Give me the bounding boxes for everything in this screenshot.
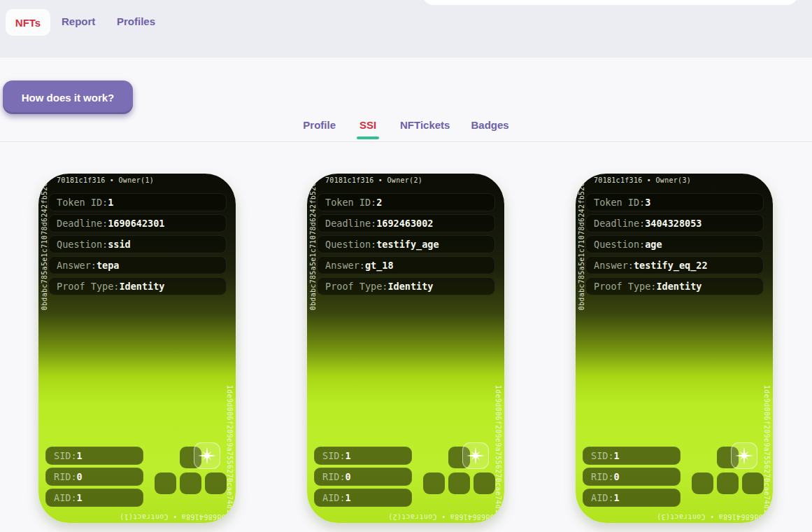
stat-label: AID: xyxy=(54,492,77,503)
id-stats: SID:1 RID:0 AID:1 xyxy=(583,447,681,510)
field-value: tepa xyxy=(97,260,120,271)
field-value: Identity xyxy=(387,281,433,292)
nft-card[interactable]: 0bdabc785a5e1c71078d6242fb52e 70181c1f31… xyxy=(307,174,504,523)
stat-label: SID: xyxy=(54,450,77,461)
stat-row-sid: SID:1 xyxy=(45,447,143,465)
token-fields: Token ID:1 Deadline:1690642301 Question:… xyxy=(48,193,227,298)
subtab-profile[interactable]: Profile xyxy=(303,119,336,139)
field-row-token-id: Token ID:2 xyxy=(317,193,495,211)
field-label: Proof Type: xyxy=(594,281,656,292)
subtab-ssi[interactable]: SSI xyxy=(357,119,379,139)
subtab-badges-label: Badges xyxy=(471,119,508,131)
field-value: ssid xyxy=(108,239,131,250)
subtab-underline xyxy=(479,136,501,139)
field-row-answer: Answer:gt_18 xyxy=(317,256,495,274)
field-value: 3404328053 xyxy=(645,218,701,229)
contract-address-label: 0d6864168a • Contract(3) xyxy=(657,513,763,521)
stat-label: AID: xyxy=(591,492,614,503)
field-label: Proof Type: xyxy=(57,281,119,292)
token-fields: Token ID:2 Deadline:1692463002 Question:… xyxy=(317,193,495,298)
field-value: testify_eq_22 xyxy=(634,260,708,271)
block-square xyxy=(205,472,227,494)
field-row-question: Question:testify_age xyxy=(317,235,495,253)
stat-value: 1 xyxy=(346,492,351,503)
stat-row-rid: RID:0 xyxy=(314,468,412,486)
block-square xyxy=(692,472,713,494)
id-stats: SID:1 RID:0 AID:1 xyxy=(314,447,412,510)
tab-report-label: Report xyxy=(62,15,95,27)
nft-card[interactable]: 0bdabc785a5e1c71078d6242fb52e 70181c1f31… xyxy=(38,174,236,523)
subtab-nftickets[interactable]: NFTickets xyxy=(400,119,450,139)
field-value: 1692463002 xyxy=(376,218,433,229)
field-row-deadline: Deadline:1690642301 xyxy=(48,214,227,232)
stat-label: RID: xyxy=(322,471,346,482)
field-label: Answer: xyxy=(594,260,634,271)
cards-row: 0bdabc785a5e1c71078d6242fb52e 70181c1f31… xyxy=(38,174,773,523)
stat-row-sid: SID:1 xyxy=(314,447,412,465)
field-row-token-id: Token ID:3 xyxy=(585,193,764,211)
stat-row-aid: AID:1 xyxy=(583,489,681,507)
stat-value: 1 xyxy=(77,450,83,461)
owner-address-label: 70181c1f316 • Owner(2) xyxy=(325,176,422,184)
highlight-square xyxy=(194,442,220,469)
subtab-nftickets-label: NFTickets xyxy=(400,119,450,131)
field-label: Question: xyxy=(594,239,645,250)
block-square xyxy=(180,472,201,494)
tab-profiles[interactable]: Profiles xyxy=(117,15,155,27)
subtab-badges[interactable]: Badges xyxy=(471,119,508,139)
field-row-deadline: Deadline:3404328053 xyxy=(585,214,764,232)
top-navigation: NFTs Report Profiles xyxy=(0,0,812,57)
field-label: Token ID: xyxy=(57,197,108,208)
field-value: age xyxy=(645,239,662,250)
block-cluster xyxy=(692,447,764,494)
field-label: Question: xyxy=(57,239,108,250)
stat-value: 1 xyxy=(77,492,83,503)
tab-nfts[interactable]: NFTs xyxy=(6,9,50,36)
block-square xyxy=(155,472,176,494)
field-row-proof-type: Proof Type:Identity xyxy=(48,277,227,295)
owner-address-label: 70181c1f316 • Owner(3) xyxy=(594,176,691,184)
field-label: Answer: xyxy=(325,260,365,271)
field-row-answer: Answer:testify_eq_22 xyxy=(585,256,764,274)
field-label: Deadline: xyxy=(594,218,645,229)
owner-address-edge: 0bdabc785a5e1c71078d6242fb52e xyxy=(41,182,48,310)
tab-report[interactable]: Report xyxy=(62,15,95,27)
stat-label: SID: xyxy=(591,450,614,461)
starburst-icon xyxy=(198,447,216,465)
stat-row-aid: AID:1 xyxy=(45,489,143,507)
active-tab-underline xyxy=(357,136,379,139)
stat-label: SID: xyxy=(322,450,346,461)
search-bar[interactable] xyxy=(422,0,798,5)
field-value: testify_age xyxy=(376,239,439,250)
contract-address-label: 0d6864168a • Contract(2) xyxy=(388,513,494,521)
subtabs-divider xyxy=(0,141,812,142)
tab-profiles-label: Profiles xyxy=(117,15,155,27)
stat-row-aid: AID:1 xyxy=(314,489,412,507)
field-value: 1690642301 xyxy=(108,218,164,229)
stat-row-rid: RID:0 xyxy=(45,468,143,486)
block-cluster xyxy=(423,447,496,494)
subtab-ssi-label: SSI xyxy=(359,119,376,131)
field-label: Proof Type: xyxy=(325,281,387,292)
block-square xyxy=(717,472,739,494)
stat-value: 1 xyxy=(346,450,351,461)
block-square xyxy=(742,472,764,494)
nft-card[interactable]: 0bdabc785a5e1c71078d6242fb52e 70181c1f31… xyxy=(576,174,773,523)
field-value: 1 xyxy=(108,197,113,208)
tab-nfts-label: NFTs xyxy=(15,17,41,29)
owner-address-label: 70181c1f316 • Owner(1) xyxy=(57,176,154,184)
how-does-it-work-button[interactable]: How does it work? xyxy=(3,80,133,114)
contract-address-label: 0d6864168a • Contract(1) xyxy=(120,513,226,521)
field-value: 3 xyxy=(645,197,650,208)
token-fields: Token ID:3 Deadline:3404328053 Question:… xyxy=(585,193,764,298)
stat-label: RID: xyxy=(54,471,77,482)
field-label: Deadline: xyxy=(57,218,108,229)
field-label: Answer: xyxy=(57,260,97,271)
field-label: Question: xyxy=(325,239,376,250)
stat-row-rid: RID:0 xyxy=(583,468,681,486)
field-row-answer: Answer:tepa xyxy=(48,256,227,274)
owner-address-edge: 0bdabc785a5e1c71078d6242fb52e xyxy=(578,182,585,310)
block-square xyxy=(448,472,470,494)
stat-row-sid: SID:1 xyxy=(583,447,681,465)
starburst-icon xyxy=(466,447,485,465)
